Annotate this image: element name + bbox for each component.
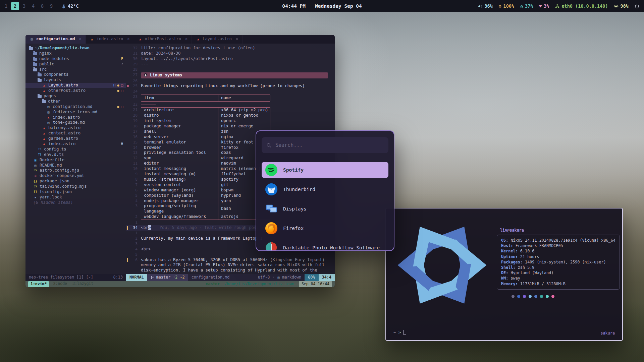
tree-item-balcony.astro[interactable]: ▲balcony.astro xyxy=(25,125,126,131)
tree-item-other[interactable]: other xyxy=(25,99,126,104)
workspace-3[interactable]: 3 xyxy=(20,2,28,10)
tree-item-config.ts[interactable]: TSconfig.ts xyxy=(25,147,126,152)
git-status-badges: ●□ xyxy=(117,88,126,94)
launcher-item-Thunderbird[interactable]: Thunderbird xyxy=(262,181,388,197)
tree-item-(6 hidden items)[interactable]: (6 hidden items) xyxy=(25,200,126,205)
tree-item-nginx[interactable]: nginx xyxy=(25,51,126,56)
tab-otherPost.astro[interactable]: ▲otherPost.astro× xyxy=(134,35,192,44)
power-button[interactable] xyxy=(635,4,639,8)
tree-item-env.d.ts[interactable]: TSenv.d.ts xyxy=(25,152,126,158)
table-row: nodejs package manageryarn xyxy=(141,198,270,204)
folder-open-icon xyxy=(33,68,37,71)
search-icon xyxy=(266,143,271,148)
yml-icon: ≈ xyxy=(33,174,38,178)
tree-item-layouts[interactable]: layouts xyxy=(25,77,126,83)
line-number: 24 xyxy=(129,89,141,94)
tree-item-tsconfig.json[interactable]: {}tsconfig.json xyxy=(25,189,126,195)
fastfetch-entry: Uptime: 21 hours xyxy=(501,254,615,259)
astro-icon: ▲ xyxy=(46,116,51,119)
tree-item-configuration.md[interactable]: ▤configuration.md●□ xyxy=(25,104,126,110)
line-number: 34 xyxy=(129,225,141,231)
module-network[interactable]: eth0 (10.0.0.140) xyxy=(555,3,608,9)
table-row: package managernix or emerge xyxy=(141,124,270,129)
tree-item-package.json[interactable]: {}package.json xyxy=(25,179,126,184)
tree-item-astro.config.mjs[interactable]: JSastro.config.mjs xyxy=(25,168,126,173)
gutter-sign xyxy=(126,225,129,230)
clock-date: Wednesday Sep 04 xyxy=(315,3,362,9)
tree-item-index.astro[interactable]: ▲index.astroH xyxy=(25,141,126,147)
close-icon[interactable]: × xyxy=(79,37,82,42)
palette-dot xyxy=(551,295,554,298)
tmux-window-3:lazygit[interactable]: 3:lazygit xyxy=(71,281,95,287)
tmux-git-branch: master xyxy=(206,282,220,287)
topbar: 123489 42°C 04:44 PM Wednesday Sep 04 36… xyxy=(0,0,644,12)
close-icon[interactable]: × xyxy=(127,37,129,42)
line-number: 11 xyxy=(129,161,141,166)
tree-item-contact.astro[interactable]: ▲contact.astro xyxy=(25,131,126,136)
module-battery[interactable]: 98% xyxy=(614,3,629,9)
launcher-item-Spotify[interactable]: Spotify xyxy=(262,162,388,178)
tree-item-node_modules[interactable]: node_modulesE xyxy=(25,56,126,62)
workspace-8[interactable]: 8 xyxy=(38,2,46,10)
tmux-window-1:nvim*[interactable]: 1:nvim* xyxy=(28,281,49,287)
ts-icon: TS xyxy=(38,148,42,151)
tree-item-src[interactable]: src xyxy=(25,67,126,72)
module-brightness[interactable]: ⚙100% xyxy=(499,3,514,9)
module-disk[interactable]: ◔37% xyxy=(520,3,533,9)
launcher-item-Darktable Photo Workflow Software[interactable]: Darktable Photo Workflow Software xyxy=(262,240,388,251)
git-status-badges: ? xyxy=(121,62,126,67)
nixos-logo-box xyxy=(394,217,490,314)
tree-item-components[interactable]: components xyxy=(25,72,126,77)
md-icon: ▤ xyxy=(46,111,51,114)
tree-item-public[interactable]: public? xyxy=(25,62,126,67)
workspace-9[interactable]: 9 xyxy=(47,2,55,10)
tree-item-tailwind.config.mjs[interactable]: JStailwind.config.mjs xyxy=(25,184,126,189)
line-number: 2 xyxy=(129,236,141,241)
module-cpu[interactable]: ♥3% xyxy=(539,3,549,9)
tree-item-fediverse-terms.md[interactable]: ▤fediverse-terms.md xyxy=(25,110,126,115)
status-modules: 36%⚙100%◔37%♥3%eth0 (10.0.0.140)98% xyxy=(478,3,629,9)
search-input[interactable] xyxy=(275,142,384,148)
tree-item-tone-guide.md[interactable]: ▤tone-guide.md xyxy=(25,120,126,125)
fastfetch-entry: Memory: 11731MiB / 31280MiB xyxy=(501,281,615,287)
tab-Layout.astro[interactable]: ▲Layout.astro× xyxy=(192,35,243,44)
table-row: instant messagingmatrix (element) xyxy=(141,166,270,172)
workspace-4[interactable]: 4 xyxy=(29,2,37,10)
tab-index.astro[interactable]: ▲index.astro× xyxy=(86,35,134,44)
tree-item-pages[interactable]: pages xyxy=(25,94,126,99)
close-icon[interactable]: × xyxy=(185,37,187,42)
tree-item-index.astro[interactable]: ▲index.astro xyxy=(25,115,126,120)
terminal-window[interactable]: liv@sakura OS: NixOS 24.11.20240828.71e9… xyxy=(385,208,623,341)
line-number: 4 xyxy=(129,198,141,204)
launcher-list: SpotifyThunderbirdDisplaysFirefoxDarktab… xyxy=(262,162,388,251)
folder-icon xyxy=(38,73,42,76)
shell-prompt: ~ > xyxy=(393,330,406,335)
launcher-item-Firefox[interactable]: Firefox xyxy=(262,220,388,236)
workspace-2[interactable]: 2 xyxy=(11,2,19,10)
astro-icon: ▲ xyxy=(42,89,46,93)
tmux-window-2:node[interactable]: 2:node xyxy=(52,281,68,287)
tree-item-yarn.lock[interactable]: ▪yarn.lock xyxy=(25,195,126,200)
fastfetch-entry: WM: sway xyxy=(501,276,615,281)
line-number: 1 xyxy=(129,231,141,236)
tree-item-docker-compose.yml[interactable]: ≈docker-compose.yml xyxy=(25,173,126,179)
launcher-item-Displays[interactable]: Displays xyxy=(262,201,388,217)
tabline: ▤configuration.md×▲index.astro×▲otherPos… xyxy=(25,35,335,44)
line-text: distronixos or gentoo xyxy=(141,113,335,118)
buffer-line: 24 xyxy=(126,89,335,94)
encoding: utf-8 xyxy=(258,275,270,280)
tree-item-Layout.astro[interactable]: ▲Layout.astroH●□ xyxy=(25,83,126,88)
line-text: layout: ../../layouts/otherPost.astro xyxy=(141,56,335,62)
tree-item-README.md[interactable]: ▤README.md xyxy=(25,163,126,168)
table-row: terminal emulatorkitty or foot xyxy=(141,140,270,145)
module-volume[interactable]: 36% xyxy=(478,3,492,9)
close-icon[interactable]: × xyxy=(236,37,238,42)
tree-item-garden.astro[interactable]: ▲garden.astro xyxy=(25,136,126,141)
tree-item-Dockerfile[interactable]: ▣Dockerfile xyxy=(25,158,126,163)
battery-icon xyxy=(614,4,619,8)
temperature-value: 42°C xyxy=(68,3,79,9)
tab-configuration.md[interactable]: ▤configuration.md× xyxy=(25,35,86,44)
tree-item-otherPost.astro[interactable]: ▲otherPost.astro●□ xyxy=(25,88,126,94)
tree-root[interactable]: ~/Development/liv.town xyxy=(25,46,126,51)
workspace-1[interactable]: 1 xyxy=(2,2,10,10)
